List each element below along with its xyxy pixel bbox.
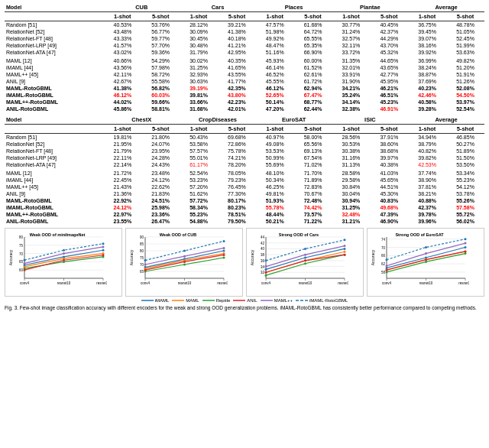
data-cell: 31.79% — [180, 49, 218, 56]
data-cell: 52.65% — [256, 92, 294, 99]
data-cell: 53.50% — [446, 161, 484, 168]
data-cell: 45.55% — [256, 78, 294, 85]
col-header-plantae: Plantae — [332, 3, 409, 12]
data-cell: 31.13% — [332, 161, 371, 168]
data-cell: 73.57% — [294, 211, 332, 218]
data-cell: 69.13% — [294, 148, 332, 154]
col-header-places: Places — [256, 3, 332, 12]
data-cell: 49.08% — [256, 141, 294, 148]
data-cell: 21.83% — [141, 190, 180, 197]
data-cell: 34.14% — [332, 99, 371, 106]
t2-sub-1shot-4: 1-shot — [332, 125, 371, 134]
data-cell: 23.95% — [141, 148, 180, 154]
data-cell: 30.94% — [332, 197, 371, 204]
data-cell: 26.47% — [141, 218, 180, 225]
data-cell: 46.14% — [256, 64, 294, 71]
table-row: ANIL-RotoGBML23.55%26.47%54.88%79.50%50.… — [5, 218, 484, 225]
model-cell: RelationNet-ATA [47] — [5, 49, 103, 56]
sub-1shot-1: 1-shot — [103, 12, 141, 21]
svg-point-108 — [265, 274, 267, 277]
data-cell: 58.34% — [180, 204, 218, 211]
data-cell: 59.36% — [141, 49, 180, 56]
data-cell: 22.45% — [103, 177, 141, 183]
data-cell: 32.48% — [332, 211, 371, 218]
data-cell: 21.79% — [103, 148, 141, 154]
model-cell: MAML [12] — [5, 57, 103, 64]
svg-point-151 — [465, 250, 467, 252]
legend-label: ANIL — [247, 298, 257, 303]
data-cell: 71.89% — [294, 177, 332, 183]
data-cell: 39.82% — [408, 154, 446, 161]
svg-point-118 — [304, 248, 306, 250]
svg-point-31 — [102, 254, 105, 256]
data-cell: 65.55% — [294, 35, 332, 42]
data-cell: 52.45% — [446, 35, 484, 42]
sub-5shot-3: 5-shot — [294, 12, 332, 21]
data-cell: 22.11% — [103, 154, 141, 161]
svg-text:44: 44 — [261, 235, 265, 239]
svg-text:70: 70 — [19, 252, 24, 256]
svg-text:75: 75 — [19, 244, 24, 248]
data-cell: 72.86% — [218, 141, 256, 148]
data-cell: 40.58% — [408, 99, 446, 106]
data-cell: 43.48% — [103, 28, 141, 35]
chart-0: Weak OOD of miniImageNetAccuracy60657075… — [5, 228, 122, 297]
table-row: RelationNet-FT [48]43.33%59.77%30.45%40.… — [5, 35, 484, 42]
table-row: MAML++ [45]21.43%22.62%57.20%76.45%46.25… — [5, 183, 484, 190]
data-cell: 55.23% — [446, 177, 484, 183]
svg-text:conv4: conv4 — [141, 281, 151, 285]
data-cell: 71.22% — [294, 218, 332, 225]
svg-point-117 — [265, 259, 267, 261]
legend-label: iMAML — [155, 298, 170, 303]
data-cell: 39.21% — [218, 21, 256, 29]
data-cell: 47.20% — [256, 106, 294, 112]
svg-text:34: 34 — [261, 265, 265, 269]
data-cell: 51.62% — [180, 190, 218, 197]
data-cell: 34.21% — [332, 85, 371, 92]
data-cell: 78.05% — [218, 170, 256, 177]
data-cell: 36.99% — [408, 57, 446, 64]
svg-point-35 — [24, 259, 26, 261]
t2-col-euro: EuroSAT — [256, 115, 332, 125]
svg-point-154 — [465, 242, 467, 245]
t2-sub-1shot-5: 1-shot — [408, 125, 446, 134]
sub-model — [5, 12, 103, 21]
data-cell: 51.05% — [446, 28, 484, 35]
svg-text:resnet18: resnet18 — [217, 281, 228, 285]
data-cell: 62.94% — [294, 85, 332, 92]
data-cell: 31.25% — [180, 64, 218, 71]
model-cell: ANIL-RotoGBML — [5, 218, 103, 225]
table-row: RelationNet-ATA [47]43.02%59.36%31.79%42… — [5, 49, 484, 56]
svg-point-33 — [63, 252, 65, 255]
t2-sub-1shot-2: 1-shot — [180, 125, 218, 134]
model-cell: MAML-RotoGBML — [5, 197, 103, 204]
data-cell: 75.78% — [218, 148, 256, 154]
data-cell: 32.93% — [180, 71, 218, 78]
model-cell: RelationNet-FT [48] — [5, 148, 103, 154]
data-cell: 21.72% — [103, 170, 141, 177]
data-cell: 42.11% — [103, 71, 141, 78]
svg-text:85: 85 — [140, 242, 144, 246]
data-cell: 48.10% — [256, 170, 294, 177]
figure-caption: Fig. 3. Few-shot image classification ac… — [5, 305, 484, 311]
data-cell: 31.16% — [332, 154, 371, 161]
data-cell: 71.70% — [294, 170, 332, 177]
svg-point-149 — [386, 269, 388, 271]
data-cell: 68.77% — [294, 99, 332, 106]
data-cell: 30.63% — [180, 78, 218, 85]
data-cell: 51.89% — [446, 148, 484, 154]
svg-point-37 — [102, 242, 105, 245]
data-cell: 51.26% — [446, 78, 484, 85]
data-cell: 45.65% — [370, 177, 408, 183]
data-cell: 49.92% — [256, 35, 294, 42]
data-cell: 52.08% — [446, 85, 484, 92]
table-row: iMAML [44]43.56%57.98%31.25%41.65%46.14%… — [5, 64, 484, 71]
legend-item: Reptile — [202, 298, 231, 303]
data-cell: 38.79% — [408, 141, 446, 148]
data-cell: 33.72% — [332, 49, 371, 56]
table-row: RelationNet-LRP [49]41.57%57.70%30.48%41… — [5, 42, 484, 49]
chart-legend: iMAMLMAMLReptileANILMAML++iMAML-RotoGBML — [5, 298, 484, 303]
legend-item: iMAML — [141, 298, 170, 303]
chart-2: Strong OOD of CarsAccuracy32343638404244… — [246, 228, 364, 297]
data-cell: 28.58% — [332, 170, 371, 177]
